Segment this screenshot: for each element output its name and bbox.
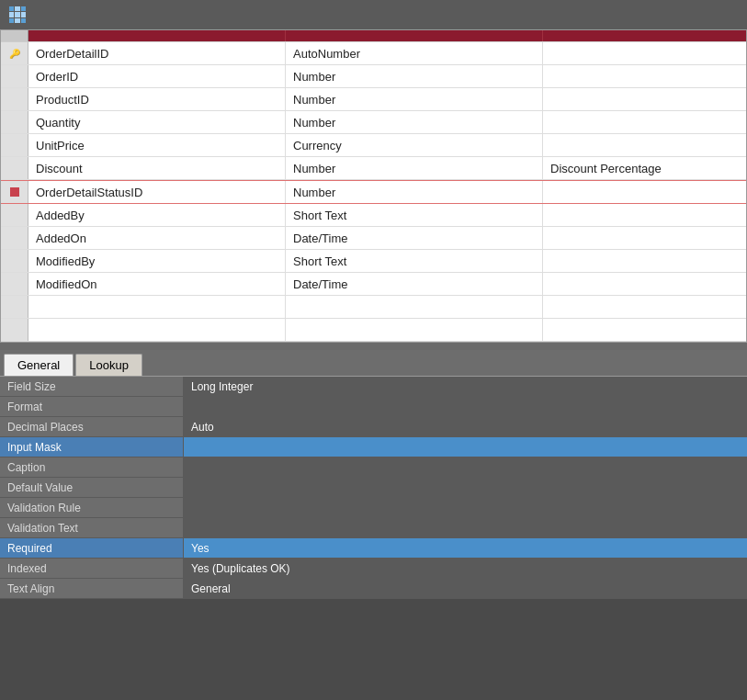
field-name-header [28, 30, 286, 41]
data-type-cell: Short Text [286, 250, 543, 272]
field-name-cell: OrderID [28, 65, 286, 87]
description-cell [543, 250, 746, 272]
row-marker [1, 65, 28, 87]
description-cell [543, 204, 746, 226]
field-name-cell: UnitPrice [28, 134, 286, 156]
table-row[interactable]: OrderDetailStatusIDNumber [1, 180, 746, 204]
field-name-cell: ProductID [28, 88, 286, 110]
data-type-cell: Short Text [286, 204, 543, 226]
table-row[interactable]: AddedOnDate/Time [1, 227, 746, 250]
table-row[interactable] [1, 296, 746, 319]
table-row[interactable]: ProductIDNumber [1, 88, 746, 111]
table-row[interactable]: QuantityNumber [1, 111, 746, 134]
prop-row-decimal-places[interactable]: Decimal PlacesAuto [0, 417, 747, 437]
table-row[interactable]: DiscountNumberDiscount Percentage [1, 157, 746, 180]
description-cell [543, 227, 746, 249]
field-name-cell: AddedOn [28, 227, 286, 249]
prop-row-indexed[interactable]: IndexedYes (Duplicates OK) [0, 559, 747, 579]
header-marker-col [1, 30, 28, 41]
key-icon: 🔑 [9, 49, 20, 58]
prop-value-default-value[interactable] [184, 478, 747, 497]
table-row[interactable]: ModifiedOnDate/Time [1, 273, 746, 296]
prop-row-required[interactable]: RequiredYes [0, 538, 747, 559]
description-cell [543, 42, 746, 64]
row-marker [1, 88, 28, 110]
prop-label-format: Format [0, 397, 184, 416]
prop-value-required[interactable]: Yes [184, 538, 747, 558]
data-type-header [286, 30, 543, 41]
data-type-cell: Date/Time [286, 273, 543, 295]
tab-lookup[interactable]: Lookup [75, 354, 142, 376]
row-marker: 🔑 [1, 42, 28, 64]
field-name-cell: Quantity [28, 111, 286, 133]
table-row[interactable]: AddedByShort Text [1, 204, 746, 227]
prop-value-caption[interactable] [184, 457, 747, 477]
field-name-cell [28, 319, 286, 341]
prop-row-text-align[interactable]: Text AlignGeneral [0, 579, 747, 599]
tab-general[interactable]: General [4, 354, 74, 376]
data-type-cell: Date/Time [286, 227, 543, 249]
field-name-cell [28, 296, 286, 318]
description-cell: Discount Percentage [543, 157, 746, 179]
row-marker [1, 111, 28, 133]
data-type-cell: Currency [286, 134, 543, 156]
prop-value-format[interactable] [184, 397, 747, 416]
prop-value-decimal-places[interactable]: Auto [184, 417, 747, 436]
description-cell [543, 273, 746, 295]
table-row[interactable]: 🔑OrderDetailIDAutoNumber [1, 42, 746, 65]
data-type-cell: Number [286, 181, 543, 203]
prop-value-validation-rule[interactable] [184, 498, 747, 517]
prop-row-caption[interactable]: Caption [0, 457, 747, 478]
description-cell [543, 111, 746, 133]
prop-value-field-size[interactable]: Long Integer [184, 377, 747, 396]
row-marker [1, 296, 28, 318]
table-row[interactable] [1, 319, 746, 342]
row-marker [1, 227, 28, 249]
row-marker [1, 204, 28, 226]
prop-label-field-size: Field Size [0, 377, 184, 396]
properties-grid: Field SizeLong IntegerFormatDecimal Plac… [0, 376, 747, 599]
field-name-cell: OrderDetailStatusID [28, 181, 286, 203]
prop-label-indexed: Indexed [0, 559, 184, 578]
row-marker [1, 134, 28, 156]
prop-row-format[interactable]: Format [0, 397, 747, 417]
prop-label-decimal-places: Decimal Places [0, 417, 184, 436]
table-body: 🔑OrderDetailIDAutoNumberOrderIDNumberPro… [1, 41, 746, 342]
description-cell [543, 319, 746, 341]
data-type-cell [286, 319, 543, 341]
field-name-cell: ModifiedOn [28, 273, 286, 295]
row-marker [1, 250, 28, 272]
table-row[interactable]: OrderIDNumber [1, 65, 746, 88]
prop-value-input-mask[interactable] [184, 437, 747, 457]
prop-row-input-mask[interactable]: Input Mask [0, 437, 747, 457]
data-type-cell: AutoNumber [286, 42, 543, 64]
tabs-container: GeneralLookup [0, 350, 747, 376]
prop-value-validation-text[interactable] [184, 518, 747, 537]
prop-value-indexed[interactable]: Yes (Duplicates OK) [184, 559, 747, 578]
prop-row-default-value[interactable]: Default Value [0, 478, 747, 498]
prop-label-required: Required [0, 538, 184, 558]
prop-label-input-mask: Input Mask [0, 437, 184, 457]
data-type-cell: Number [286, 157, 543, 179]
selected-row-marker [10, 187, 19, 197]
row-marker [1, 319, 28, 341]
field-properties-bar [0, 343, 747, 350]
data-type-cell: Number [286, 88, 543, 110]
field-name-cell: AddedBy [28, 204, 286, 226]
description-cell [543, 296, 746, 318]
row-marker [1, 157, 28, 179]
prop-label-text-align: Text Align [0, 579, 184, 598]
table-row[interactable]: ModifiedByShort Text [1, 250, 746, 273]
prop-label-default-value: Default Value [0, 478, 184, 497]
description-cell [543, 134, 746, 156]
title-bar [0, 0, 747, 29]
prop-row-validation-text[interactable]: Validation Text [0, 518, 747, 538]
prop-label-validation-text: Validation Text [0, 518, 184, 537]
table-header [1, 30, 746, 41]
field-name-cell: ModifiedBy [28, 250, 286, 272]
data-type-cell: Number [286, 111, 543, 133]
table-row[interactable]: UnitPriceCurrency [1, 134, 746, 157]
prop-row-validation-rule[interactable]: Validation Rule [0, 498, 747, 518]
prop-value-text-align[interactable]: General [184, 579, 747, 598]
prop-row-field-size[interactable]: Field SizeLong Integer [0, 377, 747, 397]
